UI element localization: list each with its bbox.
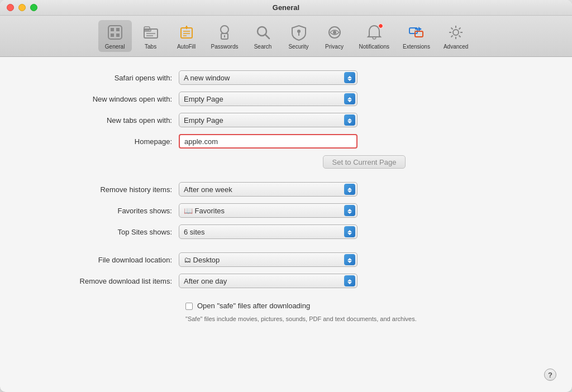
- toolbar-item-general[interactable]: General: [98, 20, 132, 52]
- safari-opens-with-control: A new window A new private window All wi…: [179, 70, 358, 85]
- homepage-input[interactable]: [179, 134, 358, 149]
- top-sites-row: Top Sites shows: 6 sites 12 sites 24 sit…: [22, 224, 550, 239]
- favorites-shows-row: Favorites shows: 📖 Favorites Top Sites H…: [22, 203, 550, 218]
- new-tabs-control: Empty Page Top Sites Homepage: [179, 113, 358, 127]
- svg-line-37: [459, 28, 461, 30]
- file-download-select[interactable]: 🗂 Desktop Downloads Other...: [179, 252, 358, 267]
- svg-rect-26: [415, 31, 423, 37]
- new-windows-label: New windows open with:: [22, 95, 179, 103]
- new-tabs-select[interactable]: Empty Page Top Sites Homepage: [179, 113, 358, 127]
- favorites-shows-label: Favorites shows:: [22, 207, 179, 215]
- svg-point-21: [297, 30, 301, 33]
- extensions-label: Extensions: [403, 44, 430, 50]
- safari-opens-with-select[interactable]: A new window A new private window All wi…: [179, 70, 358, 85]
- svg-rect-2: [116, 28, 120, 31]
- remove-download-select[interactable]: After one day When Safari quits Upon suc…: [179, 274, 358, 288]
- security-icon: [289, 22, 309, 42]
- svg-point-30: [453, 30, 459, 35]
- file-download-wrapper: 🗂 Desktop Downloads Other...: [179, 252, 358, 267]
- safari-opens-with-wrapper: A new window A new private window All wi…: [179, 70, 358, 85]
- top-sites-control: 6 sites 12 sites 24 sites: [179, 224, 358, 239]
- search-icon: [253, 22, 273, 42]
- toolbar-item-privacy[interactable]: Privacy: [318, 20, 351, 52]
- svg-rect-10: [181, 28, 192, 38]
- toolbar-item-search[interactable]: Search: [246, 20, 280, 52]
- notification-badge: [378, 23, 383, 28]
- privacy-label: Privacy: [325, 44, 344, 50]
- help-button[interactable]: ?: [544, 369, 556, 381]
- new-tabs-wrapper: Empty Page Top Sites Homepage: [179, 113, 358, 127]
- remove-download-control: After one day When Safari quits Upon suc…: [179, 274, 358, 288]
- open-safe-files-checkbox[interactable]: [185, 303, 193, 310]
- autofill-label: AutoFill: [177, 44, 196, 50]
- toolbar-item-advanced[interactable]: Advanced: [438, 20, 474, 52]
- svg-rect-3: [111, 34, 114, 37]
- autofill-icon: [177, 22, 197, 42]
- toolbar-item-autofill[interactable]: AutoFill: [170, 20, 203, 52]
- safari-opens-with-row: Safari opens with: A new window A new pr…: [22, 70, 550, 85]
- remove-history-wrapper: After one day After one week After two w…: [179, 182, 358, 197]
- top-sites-wrapper: 6 sites 12 sites 24 sites: [179, 224, 358, 239]
- general-label: General: [105, 44, 125, 50]
- new-tabs-row: New tabs open with: Empty Page Top Sites…: [22, 113, 550, 127]
- security-label: Security: [288, 44, 308, 50]
- window-controls: [7, 4, 37, 11]
- advanced-label: Advanced: [444, 44, 468, 50]
- top-sites-select[interactable]: 6 sites 12 sites 24 sites: [179, 224, 358, 239]
- svg-rect-1: [111, 28, 114, 31]
- content-area: Safari opens with: A new window A new pr…: [0, 57, 572, 392]
- privacy-icon: [325, 22, 345, 42]
- downloads-settings-group: File download location: 🗂 Desktop Downlo…: [22, 252, 550, 288]
- window-title: General: [273, 3, 299, 12]
- remove-download-wrapper: After one day When Safari quits Upon suc…: [179, 274, 358, 288]
- new-windows-select[interactable]: Empty Page Top Sites Homepage: [179, 92, 358, 106]
- file-download-label: File download location:: [22, 256, 179, 264]
- new-tabs-label: New tabs open with:: [22, 116, 179, 125]
- top-sites-label: Top Sites shows:: [22, 228, 179, 236]
- remove-history-select[interactable]: After one day After one week After two w…: [179, 182, 358, 197]
- passwords-label: Passwords: [211, 44, 239, 50]
- toolbar-item-security[interactable]: Security: [282, 20, 316, 52]
- open-safe-files-label: Open "safe" files after downloading: [197, 302, 310, 310]
- browsing-settings-group: Remove history items: After one day Afte…: [22, 182, 550, 239]
- toolbar-item-passwords[interactable]: Passwords: [206, 20, 244, 52]
- svg-marker-28: [418, 27, 422, 31]
- svg-point-16: [221, 26, 228, 34]
- favorites-shows-control: 📖 Favorites Top Sites History: [179, 203, 358, 218]
- new-windows-control: Empty Page Top Sites Homepage: [179, 92, 358, 106]
- titlebar: General: [0, 0, 572, 16]
- toolbar: General Tabs: [0, 16, 572, 57]
- file-download-row: File download location: 🗂 Desktop Downlo…: [22, 252, 550, 267]
- window: General General: [0, 0, 572, 392]
- homepage-control: [179, 134, 358, 149]
- set-to-current-page-button[interactable]: Set to Current Page: [323, 155, 406, 169]
- svg-line-38: [451, 36, 453, 37]
- advanced-icon: [446, 22, 466, 42]
- svg-line-35: [451, 28, 453, 30]
- tabs-icon: [141, 22, 161, 42]
- general-icon: [105, 22, 125, 42]
- passwords-icon: [214, 22, 235, 42]
- homepage-row: Homepage:: [22, 134, 550, 149]
- svg-rect-0: [108, 26, 122, 39]
- homepage-label: Homepage:: [22, 137, 179, 146]
- toolbar-item-extensions[interactable]: Extensions: [397, 20, 436, 52]
- remove-download-row: Remove download list items: After one da…: [22, 274, 550, 288]
- extensions-icon: [406, 22, 426, 42]
- set-current-page-row: Set to Current Page: [22, 155, 550, 169]
- safari-opens-with-label: Safari opens with:: [22, 74, 179, 82]
- minimize-button[interactable]: [18, 4, 26, 11]
- remove-history-label: Remove history items:: [22, 185, 179, 194]
- toolbar-item-notifications[interactable]: Notifications: [354, 20, 395, 52]
- maximize-button[interactable]: [30, 4, 37, 11]
- toolbar-item-tabs[interactable]: Tabs: [134, 20, 168, 52]
- search-label: Search: [254, 44, 272, 50]
- new-windows-wrapper: Empty Page Top Sites Homepage: [179, 92, 358, 106]
- tabs-label: Tabs: [145, 44, 156, 50]
- remove-history-row: Remove history items: After one day Afte…: [22, 182, 550, 197]
- svg-rect-4: [116, 34, 120, 37]
- notifications-label: Notifications: [359, 44, 389, 50]
- close-button[interactable]: [7, 4, 14, 11]
- favorites-shows-select[interactable]: 📖 Favorites Top Sites History: [179, 203, 358, 218]
- remove-download-label: Remove download list items:: [22, 277, 179, 285]
